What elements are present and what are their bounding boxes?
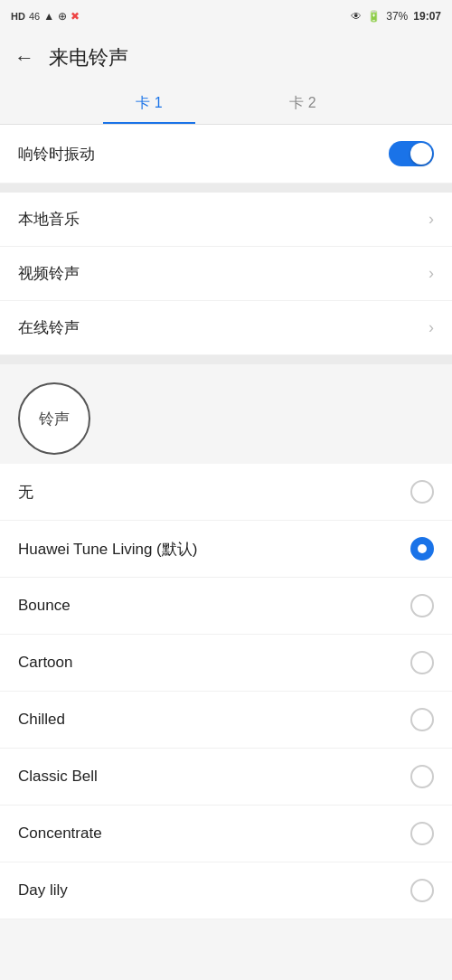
tab-card1[interactable]: 卡 1 <box>72 83 226 124</box>
status-bar-right: 👁 🔋 37% 19:07 <box>351 10 441 23</box>
online-ringtone-item[interactable]: 在线铃声 › <box>0 301 452 355</box>
vibration-label: 响铃时振动 <box>18 144 95 165</box>
radio-classicbell[interactable] <box>410 765 434 788</box>
wifi-icon: ⊕ <box>58 10 67 23</box>
signal-strength: 46 <box>29 11 40 22</box>
time-display: 19:07 <box>413 10 441 23</box>
local-music-label: 本地音乐 <box>18 209 80 230</box>
ringtone-daylily-label: Day lily <box>18 881 68 900</box>
video-ringtone-label: 视频铃声 <box>18 263 80 284</box>
battery-icon: 🔋 <box>367 10 381 23</box>
tab-card1-label: 卡 1 <box>136 95 162 110</box>
online-ringtone-label: 在线铃声 <box>18 317 80 338</box>
ringtone-item-concentrate[interactable]: Concentrate <box>0 806 452 862</box>
ringtone-circle: 铃声 <box>18 382 90 455</box>
ringtone-bounce-label: Bounce <box>18 597 71 615</box>
ringtone-item-none[interactable]: 无 <box>0 464 452 521</box>
radio-concentrate[interactable] <box>410 822 434 845</box>
ringtone-item-cartoon[interactable]: Cartoon <box>0 635 452 692</box>
vibration-setting[interactable]: 响铃时振动 <box>0 125 452 184</box>
page-title: 来电铃声 <box>49 44 128 71</box>
ringtone-list: 无 Huawei Tune Living (默认) Bounce Cartoon… <box>0 464 452 919</box>
ringtone-item-classicbell[interactable]: Classic Bell <box>0 749 452 806</box>
ringtone-concentrate-label: Concentrate <box>18 825 102 843</box>
ringtone-section: 铃声 <box>0 382 452 455</box>
divider-2 <box>0 355 452 364</box>
signal-icon: ▲ <box>43 10 54 23</box>
back-button[interactable]: ← <box>14 46 34 70</box>
ringtone-section-label: 铃声 <box>39 409 70 429</box>
ringtone-cartoon-label: Cartoon <box>18 654 72 672</box>
eye-icon: 👁 <box>351 10 362 23</box>
battery-level: 37% <box>386 10 408 23</box>
vibration-toggle[interactable] <box>389 141 434 166</box>
ringtone-huawei-label: Huawei Tune Living (默认) <box>18 539 197 560</box>
ringtone-none-label: 无 <box>18 482 33 503</box>
divider-1 <box>0 184 452 193</box>
ringtone-item-chilled[interactable]: Chilled <box>0 692 452 749</box>
radio-none[interactable] <box>410 480 434 504</box>
chevron-icon-2: › <box>428 264 434 283</box>
tab-card2-label: 卡 2 <box>289 95 315 110</box>
ringtone-item-huawei[interactable]: Huawei Tune Living (默认) <box>0 521 452 578</box>
chevron-icon-3: › <box>428 318 434 337</box>
tabs-container: 卡 1 卡 2 <box>0 83 452 125</box>
radio-cartoon[interactable] <box>410 651 434 674</box>
radio-huawei[interactable] <box>410 537 434 561</box>
tab-card2[interactable]: 卡 2 <box>226 83 380 124</box>
status-bar: HD 46 ▲ ⊕ ✖ 👁 🔋 37% 19:07 <box>0 0 452 33</box>
ringtone-item-daylily[interactable]: Day lily <box>0 862 452 919</box>
local-music-item[interactable]: 本地音乐 › <box>0 193 452 247</box>
alert-icon: ✖ <box>71 10 80 23</box>
ringtone-classicbell-label: Classic Bell <box>18 768 98 786</box>
video-ringtone-item[interactable]: 视频铃声 › <box>0 247 452 301</box>
ringtone-item-bounce[interactable]: Bounce <box>0 578 452 635</box>
status-bar-left: HD 46 ▲ ⊕ ✖ <box>11 10 80 23</box>
chevron-icon-1: › <box>428 210 434 229</box>
radio-chilled[interactable] <box>410 708 434 731</box>
radio-daylily[interactable] <box>410 879 434 902</box>
menu-list: 本地音乐 › 视频铃声 › 在线铃声 › <box>0 193 452 355</box>
network-label: HD <box>11 11 25 22</box>
ringtone-chilled-label: Chilled <box>18 711 65 729</box>
radio-bounce[interactable] <box>410 594 434 617</box>
header: ← 来电铃声 <box>0 33 452 83</box>
